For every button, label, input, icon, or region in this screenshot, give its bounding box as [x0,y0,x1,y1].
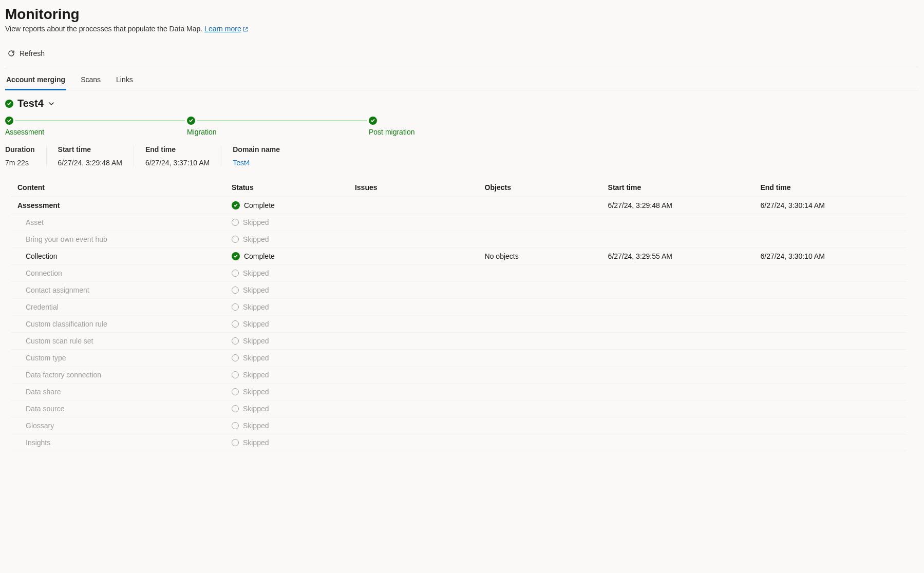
cell-objects [479,299,602,316]
cell-end [754,384,907,400]
table-row[interactable]: Custom scan rule setSkipped [11,333,907,350]
cell-objects [479,434,602,451]
cell-objects [479,333,602,350]
cell-objects [479,384,602,400]
status-text: Skipped [243,286,269,294]
chevron-down-icon [48,100,55,107]
page-subtitle: View reports about the processes that po… [5,25,919,33]
cell-objects [479,316,602,333]
cell-end [754,214,907,231]
cell-start [602,434,755,451]
circle-open-icon [232,388,239,395]
cell-issues [349,417,479,434]
col-status[interactable]: Status [225,178,349,197]
tab-account-merging[interactable]: Account merging [5,72,66,90]
table-row[interactable]: CredentialSkipped [11,299,907,316]
table-row[interactable]: AssetSkipped [11,214,907,231]
col-end[interactable]: End time [754,178,907,197]
table-row[interactable]: Custom classification ruleSkipped [11,316,907,333]
tabs: Account mergingScansLinks [5,67,919,90]
table-row[interactable]: CollectionCompleteNo objects6/27/24, 3:2… [11,248,907,265]
refresh-label: Refresh [20,49,45,58]
cell-content: Data share [11,384,225,400]
domain-name-link[interactable]: Test4 [233,159,280,167]
refresh-button[interactable]: Refresh [5,46,47,61]
table-row[interactable]: Data shareSkipped [11,384,907,400]
cell-content: Custom scan rule set [11,333,225,350]
domain-name-label: Domain name [233,145,280,154]
cell-start [602,299,755,316]
col-start[interactable]: Start time [602,178,755,197]
circle-open-icon [232,371,239,378]
tab-scans[interactable]: Scans [80,72,102,90]
check-circle-icon [232,252,240,260]
cell-start [602,400,755,417]
cell-status: Skipped [225,299,349,316]
cell-objects [479,350,602,367]
cell-end [754,417,907,434]
progress-step-post-migration: Post migration [369,117,414,136]
cell-content: Glossary [11,417,225,434]
table-row[interactable]: Data sourceSkipped [11,400,907,417]
cell-start [602,265,755,282]
table-row[interactable]: Data factory connectionSkipped [11,367,907,384]
status-text: Skipped [243,337,269,345]
table-row[interactable]: Custom typeSkipped [11,350,907,367]
page-title: Monitoring [5,6,919,23]
cell-content: Assessment [11,197,225,214]
check-circle-icon [232,201,240,209]
cell-status: Skipped [225,384,349,400]
table-row[interactable]: AssessmentComplete6/27/24, 3:29:48 AM6/2… [11,197,907,214]
circle-open-icon [232,270,239,277]
cell-issues [349,350,479,367]
check-circle-icon [369,117,377,125]
content-table: Content Status Issues Objects Start time… [11,178,907,451]
cell-content: Data factory connection [11,367,225,384]
cell-content: Collection [11,248,225,265]
progress-tracker: AssessmentMigrationPost migration [5,117,919,136]
cell-issues [349,214,479,231]
status-text: Complete [244,252,275,260]
cell-end [754,350,907,367]
start-time-label: Start time [58,145,122,154]
cell-objects [479,197,602,214]
cell-objects [479,214,602,231]
cell-issues [349,400,479,417]
col-content[interactable]: Content [11,178,225,197]
tab-links[interactable]: Links [115,72,134,90]
section-title: Test4 [17,98,44,109]
col-issues[interactable]: Issues [349,178,479,197]
cell-end [754,231,907,248]
cell-status: Skipped [225,417,349,434]
check-circle-icon [187,117,195,125]
cell-status: Skipped [225,400,349,417]
status-text: Skipped [243,422,269,430]
cell-issues [349,299,479,316]
circle-open-icon [232,337,239,345]
table-row[interactable]: InsightsSkipped [11,434,907,451]
status-text: Skipped [243,438,269,447]
cell-status: Skipped [225,265,349,282]
cell-end: 6/27/24, 3:30:10 AM [754,248,907,265]
cell-start [602,282,755,299]
circle-open-icon [232,303,239,311]
cell-status: Skipped [225,316,349,333]
cell-content: Credential [11,299,225,316]
table-row[interactable]: GlossarySkipped [11,417,907,434]
cell-issues [349,282,479,299]
table-row[interactable]: Bring your own event hubSkipped [11,231,907,248]
progress-step-label: Migration [187,128,217,136]
status-text: Skipped [243,303,269,311]
col-objects[interactable]: Objects [479,178,602,197]
table-row[interactable]: Contact assignmentSkipped [11,282,907,299]
table-row[interactable]: ConnectionSkipped [11,265,907,282]
table-header-row: Content Status Issues Objects Start time… [11,178,907,197]
learn-more-link[interactable]: Learn more [204,25,249,33]
section-header[interactable]: Test4 [5,98,919,109]
cell-issues [349,367,479,384]
toolbar: Refresh [5,46,919,61]
status-text: Skipped [243,371,269,379]
cell-end [754,333,907,350]
cell-start [602,417,755,434]
cell-content: Connection [11,265,225,282]
